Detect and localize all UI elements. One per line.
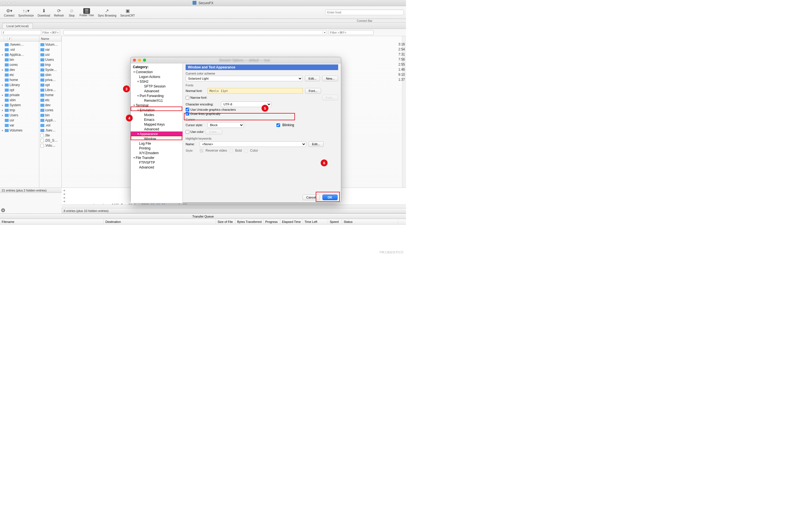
- connect-button[interactable]: ⚙︎▾Connect: [2, 7, 16, 18]
- list-item[interactable]: tmp: [39, 62, 61, 67]
- list-item[interactable]: usr: [39, 52, 61, 57]
- tree-item[interactable]: ▸private: [0, 92, 39, 97]
- cat-emacs[interactable]: Emacs: [144, 118, 155, 122]
- tree-item[interactable]: sbin: [0, 97, 39, 102]
- tree-item[interactable]: var: [0, 123, 39, 128]
- tree-item[interactable]: ▸tmp: [0, 108, 39, 113]
- tree-item[interactable]: cores: [0, 62, 39, 67]
- tree-item[interactable]: .fseven…: [0, 42, 39, 47]
- tree-item[interactable]: opt: [0, 87, 39, 92]
- tree-item[interactable]: ▸Library: [0, 82, 39, 87]
- list-item[interactable]: bin: [39, 113, 61, 118]
- tq-col[interactable]: Destination: [104, 219, 216, 224]
- tq-col[interactable]: Bytes Transferred: [236, 219, 264, 224]
- refresh-button[interactable]: ⟳Refresh: [52, 7, 66, 18]
- tree-item[interactable]: ▸System: [0, 102, 39, 108]
- list-item[interactable]: Users: [39, 57, 61, 62]
- cat-terminal[interactable]: Terminal: [136, 103, 148, 108]
- unicode-graphics-checkbox[interactable]: [186, 108, 189, 111]
- cat-advanced3[interactable]: Advanced: [139, 165, 154, 169]
- tq-col[interactable]: Size of File: [216, 219, 236, 224]
- list-item[interactable]: .DS_S…: [39, 138, 61, 143]
- cat-sftp[interactable]: SFTP Session: [144, 84, 165, 88]
- new-scheme-button[interactable]: New...: [322, 76, 338, 81]
- close-icon[interactable]: [133, 58, 136, 62]
- list-item[interactable]: .Volu…: [39, 143, 61, 148]
- list-item[interactable]: Syste…: [39, 67, 61, 72]
- tree-item[interactable]: ▸Applica…: [0, 52, 39, 57]
- category-tree[interactable]: ▼Connection Logon Actions ▼SSH2 SFTP Ses…: [131, 70, 182, 170]
- list-item[interactable]: home: [39, 92, 61, 97]
- download-button[interactable]: ⬇Download: [36, 7, 52, 18]
- minimize-icon[interactable]: [138, 58, 141, 62]
- list-item[interactable]: Volum…: [39, 42, 61, 47]
- tq-col[interactable]: Filename: [0, 219, 104, 224]
- tq-col[interactable]: Status: [342, 219, 398, 224]
- cat-modes[interactable]: Modes: [144, 113, 154, 117]
- tq-col[interactable]: Time Left: [303, 219, 328, 224]
- maximize-icon[interactable]: [143, 58, 146, 62]
- list-item[interactable]: .file: [39, 133, 61, 138]
- folder-tree-button[interactable]: ☰Folder Tree: [78, 8, 96, 17]
- hl-name-select[interactable]: <None>: [200, 141, 306, 147]
- chevron-down-icon[interactable]: ▾: [323, 31, 327, 34]
- list-item[interactable]: var: [39, 47, 61, 52]
- list-item[interactable]: opt: [39, 82, 61, 87]
- narrow-font-checkbox[interactable]: [186, 96, 189, 99]
- hl-edit-button[interactable]: Edit...: [308, 141, 324, 147]
- cat-advanced2[interactable]: Advanced: [144, 127, 159, 131]
- h-scrollbar[interactable]: [62, 204, 406, 208]
- tree-item[interactable]: .vol: [0, 47, 39, 52]
- tree-item[interactable]: ▸dev: [0, 67, 39, 72]
- list-item[interactable]: etc: [39, 97, 61, 102]
- list-item[interactable]: priva…: [39, 77, 61, 82]
- cat-advanced1[interactable]: Advanced: [144, 89, 159, 93]
- maximize-icon[interactable]: [13, 1, 16, 4]
- left-path-input[interactable]: [2, 30, 43, 35]
- list-item[interactable]: sbin: [39, 72, 61, 77]
- cat-appearance[interactable]: Appearance: [140, 132, 158, 136]
- col-name[interactable]: Name: [39, 36, 61, 41]
- cat-logfile[interactable]: Log File: [139, 141, 151, 145]
- color-scheme-select[interactable]: Solarized Light: [186, 76, 303, 81]
- tq-col[interactable]: Speed: [328, 219, 342, 224]
- tree-item[interactable]: bin: [0, 57, 39, 62]
- right-path-combo[interactable]: ▾: [63, 30, 327, 35]
- blinking-checkbox[interactable]: [276, 123, 280, 127]
- tree-item[interactable]: ▸Users: [0, 113, 39, 118]
- cat-portfwd[interactable]: Port Forwarding: [140, 94, 164, 98]
- host-input[interactable]: [325, 9, 404, 15]
- tree-item[interactable]: home: [0, 77, 39, 82]
- tree-item[interactable]: usr: [0, 118, 39, 123]
- tree-item[interactable]: etc: [0, 72, 39, 77]
- tab-local[interactable]: Local (wht.local): [2, 23, 33, 29]
- cat-xyz[interactable]: X/Y/Zmodem: [139, 151, 159, 155]
- tq-col[interactable]: Progress: [264, 219, 281, 224]
- cat-printing[interactable]: Printing: [139, 146, 151, 150]
- cat-emulation[interactable]: Emulation: [140, 108, 155, 112]
- cat-logon[interactable]: Logon Actions: [139, 75, 160, 79]
- close-queue-icon[interactable]: ✕: [1, 208, 5, 212]
- use-color-checkbox[interactable]: [186, 130, 189, 134]
- right-filter-input[interactable]: [329, 30, 374, 35]
- cat-ftpsftp[interactable]: FTP/SFTP: [139, 161, 155, 165]
- synchronize-button[interactable]: ↑↓▾Synchronize: [16, 7, 35, 18]
- list-item[interactable]: .vol: [39, 123, 61, 128]
- right-path-input[interactable]: [63, 30, 323, 35]
- normal-font-button[interactable]: Font...: [305, 88, 321, 94]
- cat-mapped[interactable]: Mapped Keys: [144, 123, 165, 126]
- minimize-icon[interactable]: [8, 1, 11, 4]
- edit-scheme-button[interactable]: Edit...: [305, 76, 320, 81]
- cat-ssh2[interactable]: SSH2: [140, 80, 148, 84]
- cat-connection[interactable]: Connection: [136, 70, 153, 74]
- list-item[interactable]: cores: [39, 108, 61, 113]
- cursor-style-select[interactable]: Block: [208, 122, 244, 128]
- left-filter-input[interactable]: [41, 30, 60, 35]
- tq-col[interactable]: Elapsed Time: [281, 219, 303, 224]
- cat-remotex11[interactable]: Remote/X11: [144, 99, 163, 102]
- list-item[interactable]: .fsev…: [39, 128, 61, 133]
- cat-filetransfer[interactable]: File Transfer: [136, 156, 155, 160]
- close-icon[interactable]: [3, 1, 6, 4]
- securecrt-button[interactable]: ▣SecureCRT: [119, 7, 136, 18]
- sync-browsing-button[interactable]: ↗Sync Browsing: [96, 7, 118, 18]
